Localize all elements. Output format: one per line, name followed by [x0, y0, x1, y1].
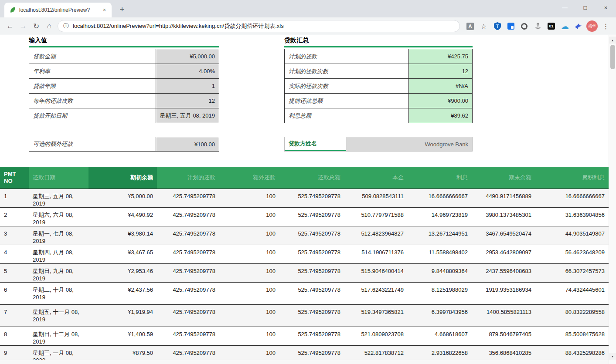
header-pmt-no: PMT NO [0, 167, 29, 189]
bookmark-star-icon[interactable]: ☆ [478, 20, 490, 32]
notes-extension-icon[interactable]: 01 [545, 20, 557, 32]
cell-beginning-balance: ¥3,980.14 [88, 226, 157, 245]
schedule-row: 7 星期五, 十一月 08, 2019 ¥1,919.94 425.749520… [0, 304, 609, 327]
cloud-extension-icon[interactable]: ☁ [559, 20, 571, 32]
address-bar[interactable]: ⓘ localhost:8012/onlinePreview?url=http:… [58, 20, 460, 32]
header-extra-payment: 额外还款 [219, 167, 279, 189]
kkfileview-leaf-favicon [9, 7, 16, 13]
scroll-up-icon[interactable]: ▲ [609, 37, 616, 44]
input-label: 每年的还款次数 [29, 94, 156, 108]
cell-extra-payment: 100 [219, 189, 279, 207]
anchor-extension-icon[interactable] [532, 20, 544, 32]
cell-scheduled-payment: 425.7495209778 [157, 226, 219, 245]
window-close-button[interactable]: × [596, 0, 616, 15]
cell-principal: 515.9046400414 [344, 263, 408, 282]
cell-ending-balance: 2437.5596408683 [472, 263, 535, 282]
refresh-button[interactable]: ↻ [30, 20, 43, 33]
header-cumulative-interest: 累积利息 [535, 167, 609, 189]
browser-toolbar: ← → ↻ ⌂ ⓘ localhost:8012/onlinePreview?u… [0, 17, 616, 35]
summary-row: 利息总额 ¥89.62 [285, 108, 472, 123]
cell-scheduled-payment: 425.7495209778 [157, 189, 219, 207]
cell-extra-payment: 100 [219, 327, 279, 345]
cell-pmt-no: 5 [0, 263, 29, 282]
input-row: 贷款金额 ¥5,000.00 [29, 49, 219, 64]
bird-extension-icon[interactable] [572, 20, 584, 32]
cell-total-payment: 525.7495209778 [279, 304, 344, 327]
scrollbar-thumb[interactable] [610, 45, 615, 69]
summary-value: ¥425.75 [408, 49, 472, 64]
forward-button[interactable]: → [17, 20, 30, 33]
cell-ending-balance: 1919.9353186934 [472, 282, 535, 304]
summary-row: 实际的还款次数 #N/A [285, 79, 472, 94]
cell-pmt-no: 1 [0, 189, 29, 207]
cell-pmt-no: 6 [0, 282, 29, 304]
cell-cumulative-interest: 16.6666666667 [535, 189, 609, 207]
cell-beginning-balance: ¥2,953.46 [88, 263, 157, 282]
cell-ending-balance: 879.5046797405 [472, 327, 535, 345]
header-principal: 本金 [344, 167, 408, 189]
vertical-scrollbar[interactable]: ▲ ▼ [609, 35, 616, 364]
header-scheduled-payment: 计划的还款 [157, 167, 219, 189]
cell-beginning-balance: ¥4,490.92 [88, 207, 157, 226]
cell-beginning-balance: ¥1,400.59 [88, 327, 157, 345]
input-value: 12 [156, 94, 219, 108]
cell-interest: 9.8448809364 [408, 263, 472, 282]
cell-interest: 6.3997843956 [408, 304, 472, 327]
input-values-panel: 输入值 贷款金额 ¥5,000.00 年利率 4.00% 贷款年限 1 [29, 37, 219, 123]
input-value: ¥5,000.00 [156, 49, 219, 64]
input-row: 年利率 4.00% [29, 64, 219, 79]
new-tab-button[interactable]: + [116, 3, 128, 16]
tab-close-icon[interactable]: × [101, 7, 108, 14]
cell-principal: 519.3497365821 [344, 304, 408, 327]
shield-extension-icon[interactable] [491, 20, 503, 32]
cell-total-payment: 525.7495209778 [279, 226, 344, 245]
cell-extra-payment: 100 [219, 207, 279, 226]
cell-cumulative-interest: 74.4324445601 [535, 282, 609, 304]
summary-section-underline [284, 46, 473, 47]
horizontal-scrollbar[interactable] [0, 360, 609, 364]
browser-tab[interactable]: localhost:8012/onlinePreview? × [4, 3, 112, 17]
cell-total-payment: 525.7495209778 [279, 207, 344, 226]
input-section-title: 输入值 [29, 37, 219, 45]
header-total-payment: 还款总额 [279, 167, 344, 189]
input-row: 每年的还款次数 12 [29, 94, 219, 108]
input-row: 贷款年限 1 [29, 79, 219, 94]
cell-extra-payment: 100 [219, 263, 279, 282]
cell-payment-date: 星期五, 十一月 08, 2019 [29, 304, 88, 327]
browser-menu-icon[interactable]: ⋮ [600, 20, 612, 32]
cell-extra-payment: 100 [219, 226, 279, 245]
profile-avatar[interactable]: 精华 [586, 20, 598, 32]
schedule-body: 1 星期三, 五月 08, 2019 ¥5,000.00 425.7495209… [0, 189, 609, 364]
scroll-down-icon[interactable]: ▼ [609, 353, 616, 360]
summary-label: 计划的还款次数 [285, 64, 408, 78]
input-rows: 贷款金额 ¥5,000.00 年利率 4.00% 贷款年限 1 每年的还款次数 … [29, 49, 219, 123]
home-button[interactable]: ⌂ [43, 20, 56, 33]
cell-ending-balance: 2953.4642809097 [472, 245, 535, 263]
schedule-row: 4 星期四, 八月 08, 2019 ¥3,467.65 425.7495209… [0, 245, 609, 263]
cell-scheduled-payment: 425.7495209778 [157, 327, 219, 345]
cell-payment-date: 星期三, 五月 08, 2019 [29, 189, 88, 207]
cell-interest: 14.969723819 [408, 207, 472, 226]
document-preview: 输入值 贷款金额 ¥5,000.00 年利率 4.00% 贷款年限 1 [0, 35, 616, 364]
window-maximize-button[interactable]: □ [575, 0, 596, 15]
cell-total-payment: 525.7495209778 [279, 263, 344, 282]
site-info-icon[interactable]: ⓘ [63, 22, 69, 30]
cell-pmt-no: 2 [0, 207, 29, 226]
opera-extension-icon[interactable] [518, 20, 530, 32]
lender-row: 贷款方姓名 Woodgrove Bank [284, 137, 473, 152]
cell-payment-date: 星期四, 八月 08, 2019 [29, 245, 88, 263]
cell-interest: 11.5588498402 [408, 245, 472, 263]
cell-scheduled-payment: 425.7495209778 [157, 304, 219, 327]
summary-label: 计划的还款 [285, 49, 408, 64]
back-button[interactable]: ← [3, 20, 17, 33]
ime-extension-icon[interactable] [505, 20, 517, 32]
schedule-row: 3 星期一, 七月 08, 2019 ¥3,980.14 425.7495209… [0, 226, 609, 245]
translate-icon[interactable]: A [464, 20, 476, 32]
cell-extra-payment: 100 [219, 245, 279, 263]
cell-payment-date: 星期日, 九月 08, 2019 [29, 263, 88, 282]
window-minimize-button[interactable]: — [555, 0, 575, 15]
url-text[interactable]: localhost:8012/onlinePreview?url=http://… [73, 22, 284, 30]
cell-principal: 509.0828543111 [344, 189, 408, 207]
summary-value: ¥89.62 [408, 108, 472, 123]
extra-payment-row: 可选的额外还款 ¥100.00 [29, 137, 219, 152]
